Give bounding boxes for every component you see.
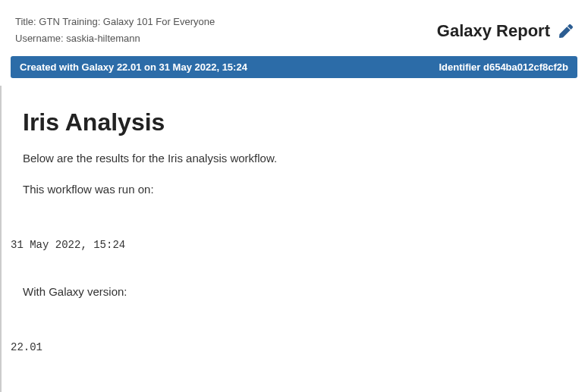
content-inner: Iris Analysis Below are the results for … xyxy=(2,86,588,220)
title-label: Title: xyxy=(15,16,36,27)
title-value: GTN Training: Galaxy 101 For Everyone xyxy=(39,16,215,27)
report-title: Galaxy Report xyxy=(437,21,550,41)
ribbon-identifier-text: Identifier d654ba012cf8cf2b xyxy=(439,61,568,73)
header-meta: Title: GTN Training: Galaxy 101 For Ever… xyxy=(15,14,215,47)
run-date-value: 31 May 2022, 15:24 xyxy=(0,220,588,270)
analysis-heading: Iris Analysis xyxy=(23,108,567,136)
page-header: Title: GTN Training: Galaxy 101 For Ever… xyxy=(0,0,588,53)
username-value: saskia-hiltemann xyxy=(66,33,140,44)
edit-icon[interactable] xyxy=(559,24,573,38)
title-row: Title: GTN Training: Galaxy 101 For Ever… xyxy=(15,14,215,30)
version-paragraph: With Galaxy version: xyxy=(23,284,567,299)
content-inner-2: With Galaxy version: xyxy=(2,270,588,322)
ribbon-created-text: Created with Galaxy 22.01 on 31 May 2022… xyxy=(20,61,247,73)
main-content: Iris Analysis Below are the results for … xyxy=(0,86,588,392)
header-right: Galaxy Report xyxy=(437,14,573,41)
version-value: 22.01 xyxy=(0,322,588,372)
info-ribbon: Created with Galaxy 22.01 on 31 May 2022… xyxy=(11,56,577,78)
content-inner-3: Workflow Inputs xyxy=(2,372,588,392)
username-row: Username: saskia-hiltemann xyxy=(15,30,215,47)
run-on-paragraph: This workflow was run on: xyxy=(23,181,567,197)
username-label: Username: xyxy=(15,33,64,44)
intro-paragraph: Below are the results for the Iris analy… xyxy=(23,150,567,166)
